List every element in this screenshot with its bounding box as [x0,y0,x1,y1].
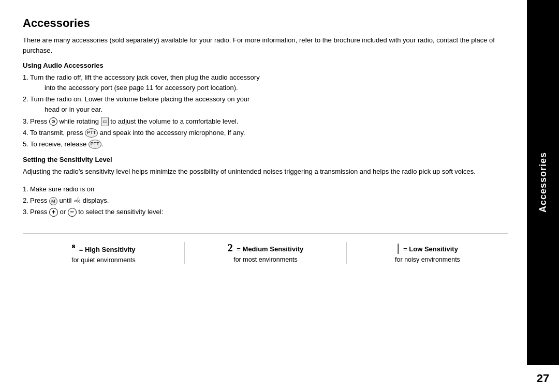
low-sensitivity-sublabel: for noisy environments [352,256,503,263]
audio-list: 1. Turn the radio off, lift the accessor… [23,72,508,149]
high-sensitivity-sublabel: for quiet environments [28,257,179,264]
list-item: 3. Press ⊙ while rotating ▭ to adjust th… [23,116,508,127]
list-item: 5. To receive, release PTT. [23,139,508,149]
sensitivity-low-label-row: | = Low Sensitivity [352,242,503,254]
sidebar-label-container: Accessories [538,0,549,365]
list-item: 1. Make sure radio is on [23,184,508,194]
intro-text: There are many accessories (sold separat… [23,35,508,55]
dial-icon: ▭ [101,117,109,126]
list-item: 2. Turn the radio on. Lower the volume b… [23,94,508,115]
minus-icon: − [68,208,77,217]
sensitivity-list: 1. Make sure radio is on 2. Press M unti… [23,184,508,217]
high-sensitivity-icon: ˢ [71,242,75,254]
list-item: 1. Turn the radio off, lift the accessor… [23,72,508,93]
page-title: Accessories [23,17,508,30]
sensitivity-high-col: ˢ = High Sensitivity for quiet environme… [23,242,185,264]
sensitivity-table: ˢ = High Sensitivity for quiet environme… [23,233,508,264]
sidebar-label: Accessories [538,152,549,213]
ptt-release-icon: PTT [89,140,101,149]
high-sensitivity-label: = High Sensitivity [79,246,136,253]
sensitivity-low-col: | = Low Sensitivity for noisy environmen… [347,242,508,264]
medium-sensitivity-label: = Medium Sensitivity [237,245,303,253]
menu-icon: M [49,197,57,205]
low-sensitivity-label: = Low Sensitivity [403,245,458,253]
list-item: 2. Press M until «ḱ displays. [23,195,508,206]
antenna-icon: «ḱ [74,197,80,205]
list-item: 4. To transmit, press PTT and speak into… [23,128,508,138]
page-number: 27 [527,365,559,392]
section-heading-sensitivity: Setting the Sensitivity Level [23,156,508,163]
sensitivity-description: Adjusting the radio’s sensitivity level … [23,167,508,177]
list-item: 3. Press + or − to select the sensitivit… [23,207,508,217]
section-heading-audio: Using Audio Accessories [23,62,508,69]
ptt-icon: PTT [85,128,98,138]
page-content: Accessories There are many accessories (… [0,0,527,392]
medium-sensitivity-icon: 2 [228,242,233,254]
vol-icon: ⊙ [49,117,57,126]
right-sidebar: Accessories 27 [527,0,559,392]
sensitivity-medium-col: 2 = Medium Sensitivity for most environm… [185,242,347,264]
sensitivity-medium-label-row: 2 = Medium Sensitivity [190,242,341,254]
plus-icon: + [49,208,58,217]
sensitivity-high-label-row: ˢ = High Sensitivity [28,242,179,254]
medium-sensitivity-sublabel: for most environments [190,256,341,263]
low-sensitivity-icon: | [397,242,399,254]
